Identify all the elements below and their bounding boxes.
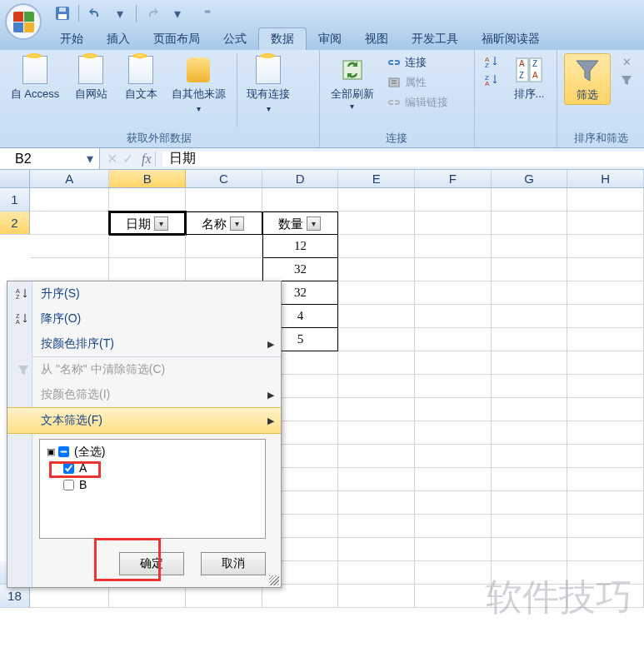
select-all-checkbox-row[interactable]: ▣ (全选): [47, 443, 258, 460]
cell[interactable]: [338, 328, 415, 351]
name-box[interactable]: ▾: [0, 148, 100, 169]
cell[interactable]: [338, 538, 415, 561]
cell[interactable]: [30, 188, 110, 212]
cell[interactable]: [567, 445, 644, 468]
col-header[interactable]: H: [567, 170, 644, 187]
cell[interactable]: [338, 305, 415, 328]
filter-option-row[interactable]: A: [63, 460, 258, 476]
cell[interactable]: [30, 585, 110, 608]
cell[interactable]: [186, 585, 262, 608]
filter-option-row[interactable]: B: [63, 476, 258, 493]
cell[interactable]: [338, 281, 415, 305]
cell[interactable]: [567, 281, 644, 305]
external-text-button[interactable]: 自文本: [118, 53, 163, 102]
cell[interactable]: [567, 305, 644, 328]
filter-dropdown-icon[interactable]: ▾: [230, 216, 244, 231]
cell[interactable]: 32: [262, 258, 339, 281]
redo-icon[interactable]: [143, 4, 162, 22]
cell[interactable]: [492, 561, 568, 585]
cell[interactable]: [338, 375, 415, 398]
col-header[interactable]: A: [30, 170, 110, 187]
cell[interactable]: [492, 305, 568, 328]
sort-button[interactable]: AZZA 排序...: [508, 53, 550, 102]
ribbon-tab-6[interactable]: 视图: [353, 28, 400, 50]
ribbon-tab-1[interactable]: 插入: [95, 28, 142, 50]
cell[interactable]: [492, 468, 568, 491]
save-icon[interactable]: [53, 4, 72, 22]
ribbon-tab-5[interactable]: 审阅: [307, 28, 353, 50]
formula-input[interactable]: [162, 152, 644, 167]
cell[interactable]: [415, 491, 492, 515]
cell[interactable]: [567, 212, 644, 235]
cell[interactable]: [338, 561, 415, 585]
col-header[interactable]: F: [415, 170, 492, 187]
cell[interactable]: [492, 421, 568, 445]
cell[interactable]: [567, 538, 644, 561]
cell[interactable]: [262, 585, 339, 608]
filter-option-checkbox[interactable]: [63, 480, 74, 490]
name-box-input[interactable]: [0, 152, 83, 167]
cell[interactable]: [567, 468, 644, 491]
row-header[interactable]: 1: [0, 188, 30, 212]
reapply-button[interactable]: [616, 72, 637, 88]
cell[interactable]: [415, 561, 492, 585]
cell[interactable]: [338, 515, 415, 538]
cell[interactable]: [415, 281, 492, 305]
ribbon-tab-3[interactable]: 公式: [212, 28, 258, 50]
cell[interactable]: [415, 375, 492, 398]
cell[interactable]: [492, 515, 568, 538]
col-header[interactable]: E: [338, 170, 415, 187]
cell[interactable]: [338, 585, 415, 608]
resize-grip-icon[interactable]: [269, 575, 279, 585]
cell[interactable]: [492, 328, 568, 351]
filter-button[interactable]: 筛选: [564, 53, 611, 105]
cell[interactable]: [338, 351, 415, 375]
sort-by-color-menuitem[interactable]: 按颜色排序(T) ▶: [7, 331, 281, 356]
cell[interactable]: [492, 538, 568, 561]
col-header[interactable]: B: [109, 170, 186, 187]
cell[interactable]: [338, 468, 415, 491]
cell[interactable]: [338, 491, 415, 515]
tree-toggle-icon[interactable]: ▣: [47, 443, 55, 460]
cell[interactable]: [415, 188, 492, 212]
select-all-corner[interactable]: [0, 170, 30, 187]
external-access-button[interactable]: 自 Access: [7, 53, 63, 102]
ribbon-tab-0[interactable]: 开始: [48, 28, 95, 50]
row-header[interactable]: 18: [0, 585, 30, 608]
cell[interactable]: [492, 258, 568, 281]
cell[interactable]: [415, 421, 492, 445]
cell[interactable]: [567, 328, 644, 351]
cell[interactable]: [30, 212, 110, 235]
cell[interactable]: 日期▾: [109, 212, 186, 235]
cell[interactable]: [338, 398, 415, 421]
cell[interactable]: [338, 445, 415, 468]
cell[interactable]: [109, 585, 186, 608]
filter-values-tree[interactable]: ▣ (全选) AB: [39, 439, 266, 539]
ribbon-tab-2[interactable]: 页面布局: [142, 28, 212, 50]
cell[interactable]: [567, 491, 644, 515]
cell[interactable]: [262, 188, 339, 212]
qat-customize-icon[interactable]: ⁼: [198, 4, 217, 22]
cell[interactable]: [186, 235, 262, 258]
ribbon-tab-4[interactable]: 数据: [258, 27, 307, 50]
ok-button[interactable]: 确定: [119, 552, 184, 575]
cell[interactable]: [30, 258, 110, 281]
cell[interactable]: [109, 188, 186, 212]
filter-dropdown-icon[interactable]: ▾: [154, 216, 168, 231]
cell[interactable]: [415, 235, 492, 258]
external-existing-button[interactable]: 现有连接 ▾: [246, 53, 291, 114]
undo-more-icon[interactable]: ▾: [111, 4, 129, 22]
cell[interactable]: [492, 235, 568, 258]
cell[interactable]: [492, 375, 568, 398]
cell[interactable]: [567, 188, 644, 212]
cell[interactable]: [186, 258, 262, 281]
cell[interactable]: [30, 235, 110, 258]
cell[interactable]: [415, 305, 492, 328]
external-web-button[interactable]: 自网站: [68, 53, 113, 102]
cell[interactable]: [492, 188, 568, 212]
cell[interactable]: [567, 585, 644, 608]
fx-icon[interactable]: fx: [138, 152, 156, 167]
filter-option-checkbox[interactable]: [63, 463, 74, 474]
sort-asc-button[interactable]: AZ: [482, 53, 503, 70]
cell[interactable]: [415, 351, 492, 375]
